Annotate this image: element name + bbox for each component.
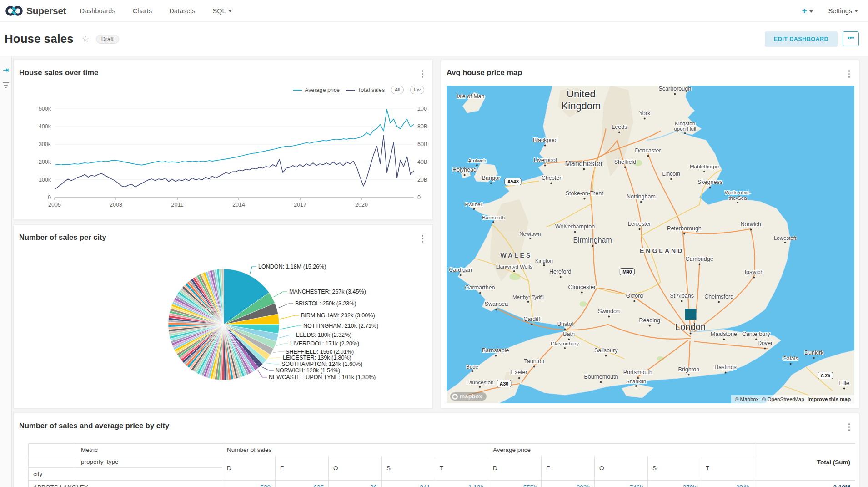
- map-label: Sheffield: [614, 159, 636, 168]
- chart-card-sales-table: Number of sales and average price by cit…: [13, 413, 859, 487]
- legend-pill-all[interactable]: All: [391, 86, 404, 94]
- map-label: Manchester: [565, 160, 603, 170]
- legend-pill-inv[interactable]: Inv: [410, 86, 424, 94]
- pivot-table: Metric Number of sales Average price Tot…: [28, 443, 855, 487]
- superset-logo-icon: [5, 5, 23, 17]
- svg-text:100B: 100B: [417, 106, 427, 112]
- nav-item-charts[interactable]: Charts: [133, 7, 152, 15]
- map-label: Bournemouth: [584, 375, 618, 383]
- map-label: Newtown: [519, 231, 541, 239]
- chart-menu-kebab-icon[interactable]: [422, 70, 424, 78]
- svg-text:2020: 2020: [355, 202, 368, 208]
- map-label: Carmarthen: [465, 285, 495, 294]
- nav-item-sql[interactable]: SQL: [213, 7, 232, 15]
- nav-item-datasets[interactable]: Datasets: [169, 7, 195, 15]
- map-label: Barmouth: [482, 215, 505, 223]
- map-label: Chester: [542, 176, 562, 184]
- nav-menu: DashboardsChartsDatasetsSQL: [80, 7, 231, 15]
- map-label: Calais: [783, 356, 798, 365]
- group-header: Number of sales: [222, 444, 488, 456]
- svg-text:400k: 400k: [39, 123, 51, 130]
- map-label: Doncaster: [635, 148, 661, 157]
- property-type-col-header: D: [222, 456, 276, 481]
- svg-text:NORWICH: 120k (1.54%): NORWICH: 120k (1.54%): [276, 367, 340, 374]
- property-type-col-header: D: [488, 456, 542, 481]
- improve-map-link[interactable]: Improve this map: [808, 396, 851, 402]
- table-row[interactable]: ABBOTS LANGLEY 539635268411.12k555k202k7…: [29, 481, 855, 487]
- map-label: Bristol: [557, 321, 573, 330]
- map-label: Barnstaple: [482, 348, 509, 356]
- map-label: Stoke-on-Trent: [566, 191, 603, 199]
- legend-item[interactable]: Average price: [293, 87, 340, 93]
- property-type-col-header: S: [382, 456, 435, 481]
- table-header-row: property_type DFOSTDFOST: [29, 456, 855, 468]
- mapbox-map[interactable]: UnitedKingdomIsle of ManScarboroughYorkL…: [447, 86, 854, 403]
- value-cell: 294k: [701, 481, 754, 487]
- line-chart[interactable]: 2005200820112014201720200100k200k300k400…: [15, 97, 427, 217]
- map-label: Chelmsford: [704, 294, 733, 303]
- edit-dashboard-button[interactable]: EDIT DASHBOARD: [765, 31, 838, 47]
- nav-item-dashboards[interactable]: Dashboards: [80, 7, 115, 15]
- superset-brand[interactable]: Superset: [0, 5, 66, 17]
- map-label: Launceston: [467, 380, 493, 388]
- svg-text:MANCHESTER: 267k (3.45%): MANCHESTER: 267k (3.45%): [289, 289, 366, 295]
- map-label: Lille: [839, 380, 849, 389]
- map-label: Cardiff: [523, 316, 540, 325]
- map-label: Salisbury: [594, 348, 617, 356]
- map-label: Bath: [563, 331, 575, 340]
- map-label: Shanklin: [626, 379, 646, 387]
- svg-text:SOUTHAMPTON: 124k (1.60%): SOUTHAMPTON: 124k (1.60%): [281, 361, 362, 367]
- filter-icon[interactable]: [3, 82, 9, 88]
- city-cell: ABBOTS LANGLEY: [29, 481, 222, 487]
- legend-label: Total sales: [358, 87, 385, 93]
- dashboard-header: House sales ☆ Draft EDIT DASHBOARD •••: [0, 22, 868, 56]
- map-label: Canterbury: [742, 331, 770, 340]
- value-cell: 1.12k: [435, 481, 488, 487]
- map-label: Amlwch: [468, 158, 486, 166]
- city-header: city: [29, 468, 76, 481]
- property-type-col-header: T: [435, 456, 488, 481]
- settings-menu[interactable]: Settings: [828, 7, 858, 15]
- osm-attribution-link[interactable]: © OpenStreetMap: [762, 396, 804, 402]
- mapbox-logo[interactable]: mapbox: [450, 392, 487, 401]
- svg-text:2017: 2017: [294, 202, 306, 208]
- chevron-down-icon: [854, 10, 858, 12]
- property-type-col-header: F: [542, 456, 595, 481]
- property-type-col-header: S: [648, 456, 701, 481]
- map-label: Hereford: [549, 269, 572, 278]
- chart-menu-kebab-icon[interactable]: [848, 70, 850, 78]
- expand-filter-bar-icon[interactable]: ⇥: [3, 66, 9, 74]
- mapbox-attribution-link[interactable]: © Mapbox: [735, 396, 759, 402]
- favorite-star-icon[interactable]: ☆: [82, 34, 90, 44]
- value-cell: 26: [329, 481, 382, 487]
- legend-item[interactable]: Total sales: [346, 87, 385, 93]
- legend-swatch: [346, 90, 355, 91]
- new-item-button[interactable]: +: [802, 6, 813, 16]
- chart-menu-kebab-icon[interactable]: [422, 235, 424, 243]
- map-label: Merthyr Tydfil: [512, 294, 544, 303]
- svg-text:NEWCASTLE UPON TYNE: 101k (1.3: NEWCASTLE UPON TYNE: 101k (1.30%): [269, 374, 376, 380]
- svg-text:60B: 60B: [417, 141, 427, 147]
- map-label: Maidstone: [711, 331, 737, 340]
- chart-title: Avg house price map: [447, 68, 522, 77]
- svg-text:LONDON: 1.18M (15.26%): LONDON: 1.18M (15.26%): [258, 264, 326, 270]
- svg-text:80B: 80B: [417, 123, 427, 130]
- svg-text:0: 0: [417, 194, 421, 201]
- property-type-col-header: T: [701, 456, 754, 481]
- more-options-button[interactable]: •••: [843, 31, 859, 46]
- map-label: Norwich: [741, 222, 761, 231]
- pie-chart[interactable]: LONDON: 1.18M (15.26%)MANCHESTER: 267k (…: [14, 249, 433, 405]
- chart-card-house-sales-over-time: House sales over time Average priceTotal…: [13, 60, 433, 220]
- chart-card-sales-per-city: Number of sales per city LONDON: 1.18M (…: [13, 224, 433, 408]
- top-nav: Superset DashboardsChartsDatasetsSQL + S…: [0, 0, 868, 22]
- map-label: WALES: [500, 252, 532, 259]
- svg-text:SHEFFIELD: 156k (2.01%): SHEFFIELD: 156k (2.01%): [286, 349, 354, 355]
- map-attribution: © Mapbox © OpenStreetMap Improve this ma…: [731, 395, 854, 403]
- chart-menu-kebab-icon[interactable]: [848, 423, 850, 431]
- map-label: Leicester: [628, 221, 651, 230]
- map-label: Lowestoft: [774, 235, 796, 244]
- map-label: Swindon: [598, 309, 620, 317]
- road-badge: M40: [620, 268, 634, 275]
- map-label: Peterborough: [667, 226, 702, 234]
- status-badge: Draft: [96, 35, 119, 44]
